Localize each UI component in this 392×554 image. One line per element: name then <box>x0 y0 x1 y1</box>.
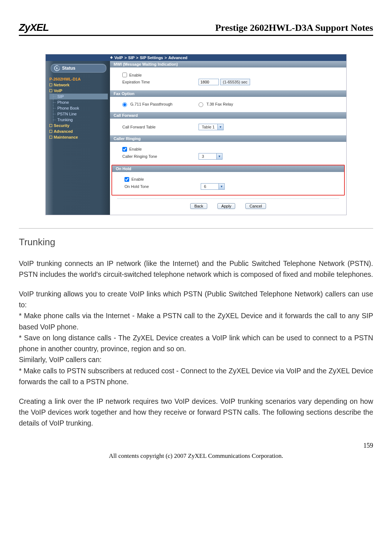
paragraph: VoIP trunking allows you to create VoIP … <box>19 288 373 310</box>
expiration-time-unit: (1-65535) sec <box>220 79 250 85</box>
fax-g711-radio[interactable] <box>122 102 127 107</box>
caller-ringing-tone-label: Caller Ringing Tone <box>122 154 199 159</box>
section-header-mwi: MWI (Message Waiting Indication) <box>110 61 346 67</box>
paragraph: Creating a link over the IP network requ… <box>19 396 373 429</box>
document-title: Prestige 2602HWL-D3A Support Notes <box>215 22 373 33</box>
sidebar-group-voip[interactable]: VoIP <box>49 88 110 94</box>
copyright-footer: All contents copyright (c) 2007 ZyXEL Co… <box>19 452 373 460</box>
sidebar-item-trunking[interactable]: Trunking <box>49 117 110 123</box>
on-hold-tone-label: On Hold Tone <box>124 184 201 189</box>
fax-t38-label: T.38 Fax Relay <box>207 102 233 106</box>
sidebar: Status P-2602HWL-D1A Network VoIP SIP Ph… <box>46 61 110 215</box>
sidebar-status[interactable]: Status <box>51 64 106 73</box>
section-header-on-hold: On Hold <box>112 165 344 172</box>
back-button[interactable]: Back <box>190 203 207 209</box>
apply-button[interactable]: Apply <box>217 203 236 209</box>
paragraph: * Make calls to PSTN subscribers at redu… <box>19 365 373 387</box>
brand-logo: ZyXEL <box>19 22 49 33</box>
status-label: Status <box>62 66 75 71</box>
breadcrumb-item: Advanced <box>168 56 188 60</box>
settings-panel: MWI (Message Waiting Indication) Enable … <box>110 61 346 215</box>
breadcrumb: ❖ VoIP > SIP > SIP Settings > Advanced <box>46 54 346 61</box>
caller-ringing-enable-label: Enable <box>129 147 142 151</box>
section-header-caller-ringing: Caller Ringing <box>110 135 346 142</box>
sidebar-group-network[interactable]: Network <box>49 82 110 88</box>
sidebar-group-maintenance[interactable]: Maintenance <box>49 134 110 140</box>
chevron-icon: ❖ <box>110 56 113 59</box>
breadcrumb-item[interactable]: SIP Settings <box>140 56 163 60</box>
caller-ringing-tone-select[interactable]: 3 <box>199 153 222 160</box>
section-header-call-forward: Call Forward <box>110 112 346 119</box>
expiration-time-input[interactable] <box>199 79 219 85</box>
router-admin-screenshot: ❖ VoIP > SIP > SIP Settings > Advanced S… <box>45 54 347 215</box>
mwi-enable-checkbox[interactable] <box>122 73 127 77</box>
sidebar-group-advanced[interactable]: Advanced <box>49 128 110 134</box>
section-heading-trunking: Trunking <box>19 237 373 248</box>
on-hold-tone-select[interactable]: 6 <box>201 183 225 190</box>
action-buttons: Back Apply Cancel <box>117 198 339 215</box>
on-hold-enable-label: Enable <box>131 177 144 181</box>
paragraph: * Save on long distance calls - The ZyXE… <box>19 332 373 354</box>
sidebar-group-security[interactable]: Security <box>49 123 110 128</box>
page-number: 159 <box>19 442 373 450</box>
body-text: VoIP trunking connects an IP network (li… <box>19 258 373 429</box>
call-forward-table-select[interactable]: Table 1 <box>199 124 224 130</box>
chevron-down-icon <box>217 124 223 130</box>
paragraph: Similarly, VoIP callers can: <box>19 354 373 365</box>
caller-ringing-enable-checkbox[interactable] <box>122 147 127 152</box>
fax-g711-label: G.711 Fax Passthrough <box>130 102 172 106</box>
status-icon <box>53 64 61 72</box>
chevron-down-icon <box>219 184 224 189</box>
fax-t38-radio[interactable] <box>199 102 203 107</box>
paragraph: * Make phone calls via the Internet - Ma… <box>19 310 373 332</box>
breadcrumb-item[interactable]: VoIP <box>114 56 123 60</box>
mwi-enable-label: Enable <box>129 73 142 77</box>
page-header: ZyXEL Prestige 2602HWL-D3A Support Notes <box>19 22 373 36</box>
sidebar-item-phone[interactable]: Phone <box>49 99 110 105</box>
expiration-time-label: Expiration Time <box>122 80 199 84</box>
sidebar-item-sip[interactable]: SIP <box>49 94 108 99</box>
section-header-fax: Fax Option <box>110 90 346 97</box>
paragraph: VoIP trunking connects an IP network (li… <box>19 258 373 280</box>
sidebar-item-phone-book[interactable]: Phone Book <box>49 105 110 111</box>
on-hold-enable-checkbox[interactable] <box>124 177 129 182</box>
breadcrumb-item[interactable]: SIP <box>128 56 135 60</box>
sidebar-device-model: P-2602HWL-D1A <box>49 76 110 82</box>
sidebar-item-pstn-line[interactable]: PSTN Line <box>49 111 110 117</box>
cancel-button[interactable]: Cancel <box>245 203 266 209</box>
chevron-down-icon <box>216 153 222 159</box>
divider <box>19 228 373 229</box>
call-forward-table-label: Call Forward Table <box>122 125 199 129</box>
on-hold-highlight: On Hold Enable On Hold Tone 6 <box>111 165 345 196</box>
